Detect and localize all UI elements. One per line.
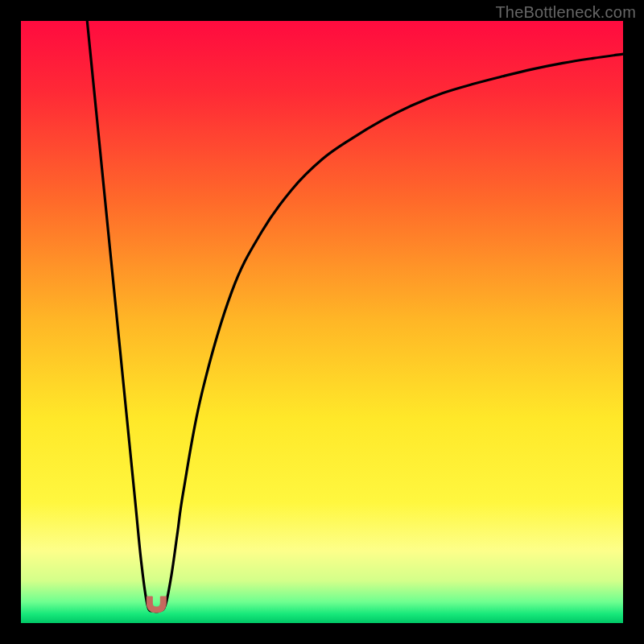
gradient-background — [21, 21, 623, 623]
bottleneck-chart — [21, 21, 623, 623]
chart-plot-area — [21, 21, 623, 623]
attribution-text: TheBottleneck.com — [495, 3, 636, 22]
